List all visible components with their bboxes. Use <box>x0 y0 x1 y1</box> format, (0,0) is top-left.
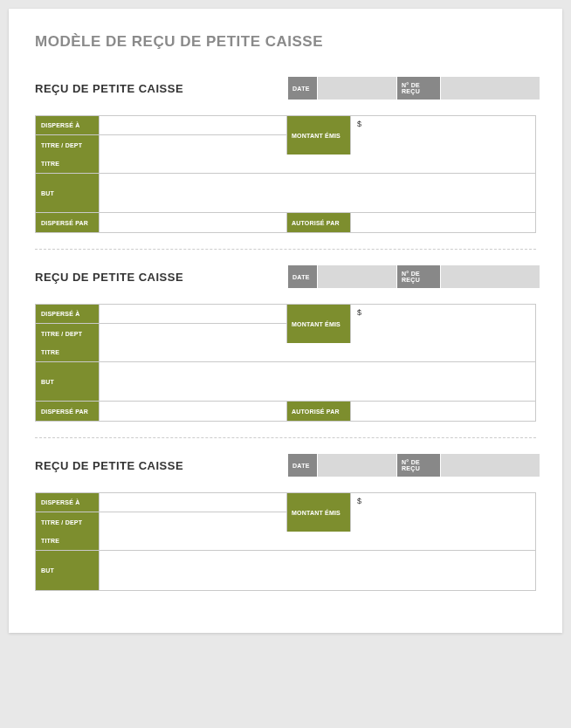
amount-issued-label: MONTANT ÉMIS <box>287 116 351 155</box>
amount-issued-label: MONTANT ÉMIS <box>287 493 351 532</box>
dispersed-to-input[interactable] <box>100 305 286 323</box>
meta-row: DATE N° DE REÇU <box>288 454 540 477</box>
purpose-input[interactable] <box>100 362 535 401</box>
dispersed-by-input[interactable] <box>100 402 287 421</box>
date-input[interactable] <box>318 77 396 100</box>
meta-row: DATE N° DE REÇU <box>288 265 540 288</box>
receipt-title: REÇU DE PETITE CAISSE <box>35 82 288 95</box>
receipt-grid: DISPERSÉ À TITRE / DEPT MONTANT ÉMIS $ <box>35 115 536 233</box>
dispersed-by-label: DISPERSÉ PAR <box>36 213 100 232</box>
title-input[interactable] <box>100 343 535 361</box>
amount-issued-label: MONTANT ÉMIS <box>287 305 351 343</box>
amount-input[interactable] <box>361 120 531 127</box>
purpose-label: BUT <box>36 174 100 212</box>
receipt-header: REÇU DE PETITE CAISSE DATE N° DE REÇU <box>35 265 536 288</box>
dispersed-by-input[interactable] <box>100 213 287 232</box>
title-label: TITRE <box>36 343 100 361</box>
authorized-by-label: AUTORISÉ PAR <box>287 213 351 232</box>
page: MODÈLE DE REÇU DE PETITE CAISSE REÇU DE … <box>9 9 562 633</box>
date-input[interactable] <box>318 454 396 477</box>
meta-row: DATE N° DE REÇU <box>288 77 540 100</box>
purpose-input[interactable] <box>100 551 535 590</box>
purpose-input[interactable] <box>100 174 535 212</box>
dispersed-to-input[interactable] <box>100 116 286 134</box>
amount-cell: $ <box>351 305 535 343</box>
dispersed-to-input[interactable] <box>100 493 286 512</box>
receipt-block-3: REÇU DE PETITE CAISSE DATE N° DE REÇU DI… <box>35 454 536 591</box>
purpose-label: BUT <box>36 362 100 401</box>
receipt-header: REÇU DE PETITE CAISSE DATE N° DE REÇU <box>35 454 536 477</box>
authorized-by-input[interactable] <box>351 213 535 232</box>
title-label: TITRE <box>36 532 100 550</box>
receipt-no-label: N° DE REÇU <box>397 454 441 477</box>
title-label: TITRE <box>36 155 100 173</box>
dispersed-to-label: DISPERSÉ À <box>36 305 100 323</box>
main-title: MODÈLE DE REÇU DE PETITE CAISSE <box>35 33 536 51</box>
receipt-no-input[interactable] <box>441 454 540 477</box>
authorized-by-input[interactable] <box>351 402 535 421</box>
date-input[interactable] <box>318 265 396 288</box>
receipt-block-1: REÇU DE PETITE CAISSE DATE N° DE REÇU DI… <box>35 77 536 233</box>
title-dept-label: TITRE / DEPT <box>36 135 100 155</box>
date-label: DATE <box>288 77 318 100</box>
receipt-no-input[interactable] <box>441 77 540 100</box>
receipt-grid: DISPERSÉ À TITRE / DEPT MONTANT ÉMIS $ <box>35 304 536 422</box>
title-dept-input[interactable] <box>100 324 286 343</box>
amount-input[interactable] <box>361 308 531 316</box>
date-label: DATE <box>288 265 318 288</box>
receipt-header: REÇU DE PETITE CAISSE DATE N° DE REÇU <box>35 77 536 100</box>
dispersed-to-label: DISPERSÉ À <box>36 493 100 512</box>
authorized-by-label: AUTORISÉ PAR <box>287 402 351 421</box>
amount-input[interactable] <box>361 497 531 505</box>
title-dept-label: TITRE / DEPT <box>36 324 100 343</box>
receipt-block-2: REÇU DE PETITE CAISSE DATE N° DE REÇU DI… <box>35 265 536 422</box>
divider <box>35 437 536 438</box>
title-dept-input[interactable] <box>100 135 286 155</box>
title-input[interactable] <box>100 155 535 173</box>
receipt-title: REÇU DE PETITE CAISSE <box>35 459 288 472</box>
title-dept-label: TITRE / DEPT <box>36 512 100 532</box>
receipt-no-label: N° DE REÇU <box>397 77 441 100</box>
date-label: DATE <box>288 454 318 477</box>
dispersed-by-label: DISPERSÉ PAR <box>36 402 100 421</box>
receipt-title: REÇU DE PETITE CAISSE <box>35 271 288 284</box>
divider <box>35 249 536 250</box>
amount-cell: $ <box>351 493 535 532</box>
purpose-label: BUT <box>36 551 100 590</box>
dispersed-to-label: DISPERSÉ À <box>36 116 100 134</box>
title-dept-input[interactable] <box>100 512 286 532</box>
amount-cell: $ <box>351 116 535 155</box>
receipt-grid: DISPERSÉ À TITRE / DEPT MONTANT ÉMIS $ <box>35 492 536 591</box>
title-input[interactable] <box>100 532 535 550</box>
receipt-no-input[interactable] <box>441 265 540 288</box>
receipt-no-label: N° DE REÇU <box>397 265 441 288</box>
